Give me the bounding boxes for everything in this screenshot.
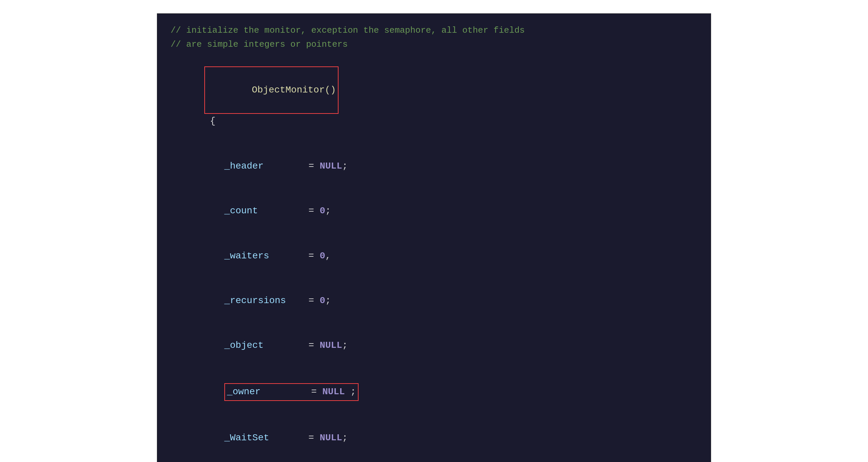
field-waiters: _waiters = 0, [170, 234, 698, 278]
open-brace: { [204, 116, 216, 126]
field-header: _header = NULL; [170, 144, 698, 189]
field-recursions: _recursions = 0; [170, 278, 698, 323]
field-waitsetlock: _WaitSetLock = 0 ; [170, 461, 698, 462]
comment-line-1: // initialize the monitor, exception the… [170, 24, 698, 38]
field-owner: _owner = NULL ; [170, 368, 698, 415]
field-count: _count = 0; [170, 189, 698, 233]
page-container: // initialize the monitor, exception the… [0, 0, 868, 462]
constructor-line: ObjectMonitor() { [170, 52, 698, 144]
field-waitset: _WaitSet = NULL; [170, 415, 698, 460]
field-object: _object = NULL; [170, 324, 698, 368]
constructor-name: ObjectMonitor() [252, 85, 336, 95]
constructor-highlight: ObjectMonitor() [204, 66, 339, 114]
owner-highlight: _owner = NULL ; [224, 383, 359, 401]
code-block-container: // initialize the monitor, exception the… [157, 13, 711, 462]
comment-line-2: // are simple integers or pointers [170, 38, 698, 52]
